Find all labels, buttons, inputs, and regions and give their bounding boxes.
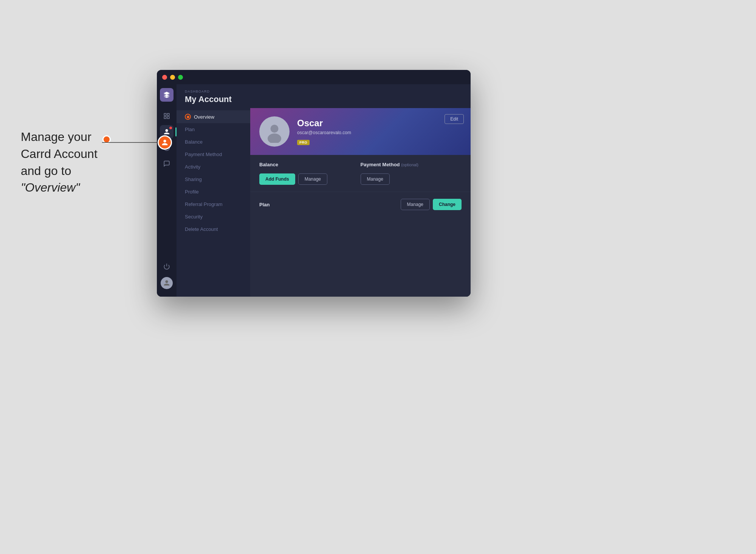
payment-optional: (optional) [401, 162, 418, 167]
balance-label: Balance [259, 162, 361, 167]
nav-label-sharing: Sharing [185, 176, 202, 182]
nav-item-activity[interactable]: Activity [177, 161, 250, 173]
payment-buttons: Manage [361, 173, 462, 185]
nav-item-security[interactable]: Security [177, 210, 250, 223]
profile-email: oscar@oscaroarevalo.com [297, 130, 462, 135]
nav-label-overview: Overview [194, 114, 214, 120]
payment-label: Payment Method (optional) [361, 162, 462, 167]
brand-icon [163, 91, 170, 99]
nav-label-security: Security [185, 214, 203, 220]
nav-label-referral: Referral Program [185, 201, 223, 207]
profile-info: Oscar oscar@oscaroarevalo.com PRO [297, 118, 462, 145]
sidebar-icon-brand[interactable] [160, 88, 174, 102]
balance-manage-button[interactable]: Manage [298, 173, 327, 185]
nav-label-payment-method: Payment Method [185, 152, 222, 157]
profile-avatar [259, 116, 290, 147]
svg-rect-1 [164, 113, 166, 115]
profile-name: Oscar [297, 118, 462, 128]
payment-manage-button[interactable]: Manage [361, 173, 390, 185]
svg-rect-4 [167, 117, 169, 119]
titlebar [157, 70, 471, 84]
add-funds-button[interactable]: Add Funds [259, 173, 295, 185]
sidebar-icons-bottom [160, 260, 174, 293]
avatar-icon [163, 279, 171, 287]
page-title: My Account [185, 94, 462, 104]
nav-item-overview[interactable]: Overview [177, 110, 250, 123]
nav-label-profile: Profile [185, 189, 199, 195]
nav-label-activity: Activity [185, 164, 200, 170]
nav-item-referral[interactable]: Referral Program [177, 198, 250, 210]
right-panel: Oscar oscar@oscaroarevalo.com PRO Edit B… [250, 108, 471, 297]
nav-label-balance: Balance [185, 139, 203, 145]
nav-label-delete: Delete Account [185, 226, 218, 232]
notification-dot [169, 127, 172, 129]
nav-item-profile[interactable]: Profile [177, 186, 250, 198]
nav-item-plan[interactable]: Plan [177, 123, 250, 136]
nav-item-delete[interactable]: Delete Account [177, 223, 250, 235]
icon-sidebar [157, 84, 177, 297]
svg-rect-3 [164, 117, 166, 119]
grid-icon [163, 113, 170, 119]
header: DASHBOARD My Account [177, 84, 471, 108]
content-row: Overview Plan Balance Payment Method Act… [177, 108, 471, 297]
nav-item-balance[interactable]: Balance [177, 136, 250, 148]
nav-item-payment-method[interactable]: Payment Method [177, 148, 250, 161]
plan-buttons: Manage Change [401, 199, 462, 210]
balance-block: Balance Add Funds Manage [259, 162, 361, 185]
sidebar-icons-top [160, 88, 174, 260]
overview-dot [185, 114, 191, 120]
balance-buttons: Add Funds Manage [259, 173, 361, 185]
annotation-text: Manage yourCarrd Accountand go to"Overvi… [21, 128, 98, 196]
sidebar-icon-chat[interactable] [160, 157, 174, 170]
main-content: DASHBOARD My Account Overview Plan B [177, 84, 471, 297]
annotation-circle [158, 135, 172, 150]
user-avatar-small[interactable] [161, 277, 173, 289]
plan-change-button[interactable]: Change [433, 199, 462, 210]
app-window: DASHBOARD My Account Overview Plan B [157, 70, 471, 297]
nav-label-plan: Plan [185, 127, 195, 132]
stats-section: Balance Add Funds Manage Payment Method … [250, 155, 471, 192]
app-body: DASHBOARD My Account Overview Plan B [157, 84, 471, 297]
plan-manage-button[interactable]: Manage [401, 199, 430, 210]
profile-header: Oscar oscar@oscaroarevalo.com PRO Edit [250, 108, 471, 155]
edit-button[interactable]: Edit [445, 114, 464, 124]
nav-item-sharing[interactable]: Sharing [177, 173, 250, 186]
plan-label: Plan [259, 202, 401, 207]
pro-badge: PRO [297, 140, 310, 145]
svg-rect-2 [167, 113, 169, 115]
minimize-button[interactable] [170, 75, 175, 80]
svg-point-7 [271, 125, 279, 133]
close-button[interactable] [162, 75, 167, 80]
power-icon [163, 263, 170, 270]
payment-block: Payment Method (optional) Manage [361, 162, 462, 185]
annotation-line [102, 134, 164, 153]
chat-icon [163, 160, 170, 167]
breadcrumb: DASHBOARD [185, 90, 462, 93]
sidebar-icon-power[interactable] [160, 260, 174, 273]
maximize-button[interactable] [178, 75, 183, 80]
sidebar-icon-grid[interactable] [160, 109, 174, 123]
annotation-user-icon [161, 139, 168, 146]
nav-menu: Overview Plan Balance Payment Method Act… [177, 108, 250, 297]
plan-section: Plan Manage Change [250, 192, 471, 217]
avatar-figure [263, 120, 286, 143]
